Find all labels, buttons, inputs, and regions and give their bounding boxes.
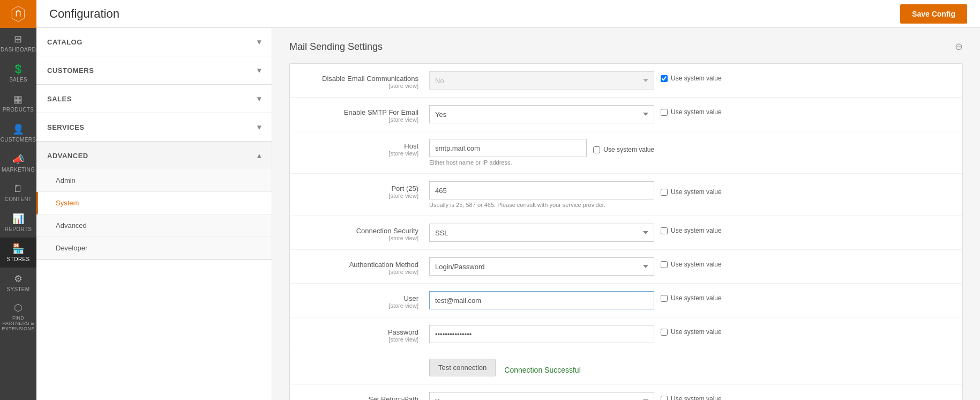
use-system-value-auth-method: Use system value (661, 257, 722, 268)
form-row-user: User [store view] Use system value (290, 284, 962, 317)
sidebar-item-dashboard[interactable]: ⊞ DASHBOARD (0, 28, 36, 58)
sidebar-item-reports[interactable]: 📊 REPORTS (0, 208, 36, 238)
set-return-path-select[interactable]: No Yes (429, 392, 654, 400)
section-title: Mail Sending Settings (289, 41, 383, 53)
connection-security-select[interactable]: None SSL TLS (429, 224, 654, 242)
sidebar-item-marketing-label: MARKETING (2, 167, 35, 173)
marketing-icon: 📣 (12, 153, 24, 165)
test-connection-button[interactable]: Test connection (429, 359, 496, 376)
form-label-user: User [store view] (301, 291, 429, 309)
use-system-value-user-checkbox[interactable] (661, 295, 668, 302)
form-field-auth-method: None Login/Password PLAIN CRAM-MD5 Use s… (429, 257, 952, 276)
sales-icon: 💲 (12, 63, 24, 75)
sub-item-admin[interactable]: Admin (36, 169, 272, 192)
form-label-disable-email: Disable Email Communications [store view… (301, 71, 429, 89)
use-system-value-port: Use system value (661, 185, 722, 196)
save-config-button[interactable]: Save Config (900, 4, 967, 24)
left-panel: CATALOG ▾ CUSTOMERS ▾ SALES ▾ (36, 28, 272, 400)
accordion-catalog-header[interactable]: CATALOG ▾ (36, 28, 272, 56)
use-system-value-enable-smtp-checkbox[interactable] (661, 109, 668, 116)
sidebar-item-reports-label: REPORTS (5, 226, 32, 232)
topbar: Configuration Save Config (36, 0, 980, 28)
use-system-value-port-checkbox[interactable] (661, 189, 668, 196)
form-field-password: Use system value (429, 325, 952, 343)
collapse-icon[interactable]: ⊖ (955, 41, 963, 53)
accordion-services: SERVICES ▾ (36, 113, 272, 142)
accordion-catalog-chevron: ▾ (257, 38, 261, 46)
reports-icon: 📊 (12, 213, 24, 225)
sidebar-logo[interactable] (0, 0, 36, 28)
accordion-catalog-label: CATALOG (47, 38, 83, 46)
accordion-advanced-sub-items: Admin System Advanced Developer (36, 169, 272, 260)
port-hint: Usually is 25, 587 or 465. Please consul… (429, 202, 952, 208)
sidebar-item-customers[interactable]: 👤 CUSTOMERS (0, 118, 36, 148)
form-panel: Disable Email Communications [store view… (289, 63, 963, 400)
accordion-advanced-chevron: ▴ (257, 151, 261, 160)
sidebar-item-system[interactable]: ⚙ SYSTEM (0, 268, 36, 298)
accordion-customers: CUSTOMERS ▾ (36, 56, 272, 85)
form-field-host: Use system value Either host name or IP … (429, 139, 952, 166)
form-label-port: Port (25) [store view] (301, 181, 429, 199)
sidebar-item-stores-label: STORES (7, 256, 30, 262)
sidebar-item-products-label: PRODUCTS (3, 107, 34, 113)
use-system-value-set-return-path-checkbox[interactable] (661, 396, 668, 401)
sidebar-item-dashboard-label: DASHBOARD (1, 47, 36, 53)
accordion-advanced-header[interactable]: ADVANCED ▴ (36, 142, 272, 169)
use-system-value-password: Use system value (661, 325, 722, 336)
form-label-host: Host [store view] (301, 139, 429, 157)
system-icon: ⚙ (14, 273, 23, 285)
sidebar-item-find-partners-label: FIND PARTNERS & EXTENSIONS (1, 315, 35, 331)
form-row-connection-security: Connection Security [store view] None SS… (290, 216, 962, 250)
sidebar-item-products[interactable]: ▦ PRODUCTS (0, 88, 36, 118)
sidebar-item-system-label: SYSTEM (7, 286, 30, 292)
sidebar-item-find-partners[interactable]: ⬡ FIND PARTNERS & EXTENSIONS (0, 298, 36, 336)
sub-item-advanced[interactable]: Advanced (36, 214, 272, 237)
form-row-port: Port (25) [store view] Use system value (290, 174, 962, 216)
host-hint: Either host name or IP address. (429, 159, 654, 166)
form-row-disable-email: Disable Email Communications [store view… (290, 64, 962, 98)
use-system-value-host-checkbox[interactable] (593, 146, 600, 153)
accordion-services-header[interactable]: SERVICES ▾ (36, 113, 272, 141)
sidebar-item-marketing[interactable]: 📣 MARKETING (0, 148, 36, 178)
stores-icon: 🏪 (12, 243, 24, 255)
form-row-set-return-path: Set Return-Path [global] No Yes Use syst… (290, 384, 962, 400)
enable-smtp-select[interactable]: No Yes (429, 105, 654, 123)
accordion-customers-label: CUSTOMERS (47, 66, 94, 75)
use-system-value-enable-smtp: Use system value (661, 105, 722, 116)
form-field-enable-smtp: No Yes Use system value (429, 105, 952, 123)
form-field-set-return-path: No Yes Use system value (429, 392, 952, 400)
use-system-value-password-checkbox[interactable] (661, 329, 668, 336)
form-row-auth-method: Authentication Method [store view] None … (290, 250, 962, 284)
form-field-user: Use system value (429, 291, 952, 309)
accordion-sales: SALES ▾ (36, 85, 272, 113)
accordion-customers-header[interactable]: CUSTOMERS ▾ (36, 56, 272, 84)
form-field-test-connection: Test connection Connection Successful (429, 359, 952, 376)
main-content: Configuration Save Config CATALOG ▾ CUST… (36, 0, 980, 400)
sidebar-item-sales[interactable]: 💲 SALES (0, 58, 36, 88)
sidebar-item-stores[interactable]: 🏪 STORES (0, 238, 36, 268)
use-system-value-disable-email-checkbox[interactable] (661, 75, 668, 82)
sub-item-developer[interactable]: Developer (36, 237, 272, 260)
accordion-sales-header[interactable]: SALES ▾ (36, 85, 272, 113)
use-system-value-disable-email: Use system value (661, 71, 722, 82)
accordion-sales-chevron: ▾ (257, 94, 261, 103)
password-input[interactable] (429, 325, 654, 343)
accordion-sales-label: SALES (47, 95, 72, 103)
port-input[interactable] (429, 181, 654, 199)
accordion-services-label: SERVICES (47, 123, 85, 131)
use-system-value-connection-security-checkbox[interactable] (661, 227, 668, 234)
sidebar-item-content-label: CONTENT (5, 196, 32, 202)
sub-item-system[interactable]: System (36, 192, 272, 214)
form-row-enable-smtp: Enable SMTP For Email [store view] No Ye… (290, 98, 962, 131)
sidebar-item-customers-label: CUSTOMERS (1, 137, 36, 143)
host-input[interactable] (429, 139, 587, 157)
page-title: Configuration (49, 7, 119, 21)
auth-method-select[interactable]: None Login/Password PLAIN CRAM-MD5 (429, 257, 654, 276)
disable-email-select[interactable]: No Yes (429, 71, 654, 90)
form-label-connection-security: Connection Security [store view] (301, 224, 429, 241)
right-panel: Mail Sending Settings ⊖ Disable Email Co… (272, 28, 980, 400)
use-system-value-auth-method-checkbox[interactable] (661, 261, 668, 268)
sidebar-item-content[interactable]: 🗒 CONTENT (0, 178, 36, 208)
user-input[interactable] (429, 291, 654, 309)
find-partners-icon: ⬡ (14, 302, 23, 314)
